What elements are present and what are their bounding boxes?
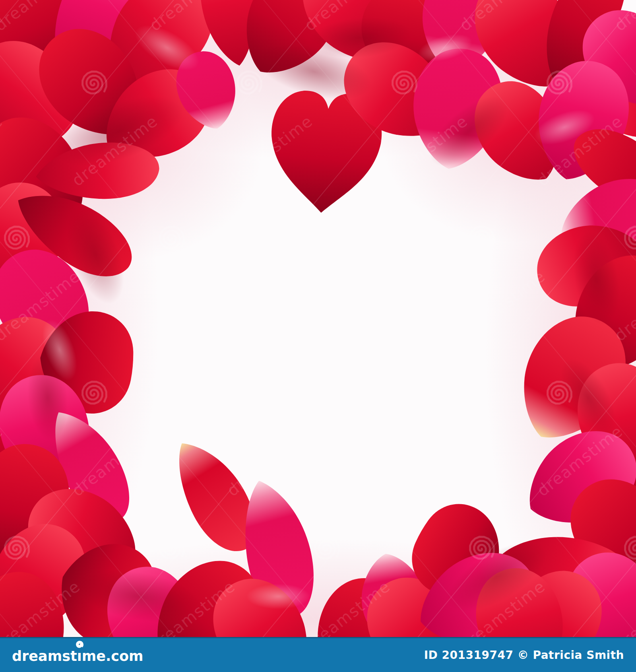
logo-text-suffix: me.com [82, 649, 143, 663]
stock-photo-rose-petals: dreamstimedreamstimedreamstimedreamstime… [0, 0, 636, 672]
dreamstime-footer-bar: dreamstıme.com ID 201319747 © Patricia S… [0, 637, 636, 672]
logo-text-prefix: dreamst [12, 649, 77, 663]
petal-photo: dreamstimedreamstimedreamstimedreamstime… [0, 0, 636, 637]
dreamstime-spiral-icon [75, 640, 84, 649]
petal-scene: dreamstimedreamstimedreamstimedreamstime… [0, 0, 636, 637]
image-credit: ID 201319747 © Patricia Smith [424, 649, 624, 662]
logo-letter-i: ı [77, 649, 82, 663]
dreamstime-logo: dreamstıme.com [12, 649, 143, 663]
